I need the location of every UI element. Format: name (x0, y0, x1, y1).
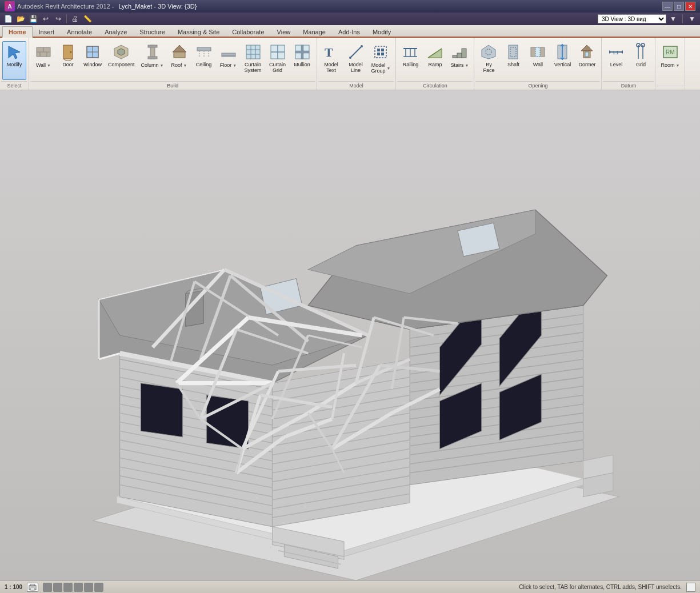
qa-save-button[interactable]: 💾 (27, 14, 39, 24)
ramp-button[interactable]: Ramp (423, 41, 447, 80)
railing-label: Railing (403, 62, 419, 68)
scale-indicator: 1 : 100 (5, 584, 22, 590)
ribbon-section-select: Modify Select (0, 38, 29, 90)
qa-open-button[interactable]: 📂 (15, 14, 26, 24)
curtain-system-button[interactable]: CurtainSystem (241, 41, 265, 80)
svg-text:T: T (325, 45, 333, 59)
print-status-button[interactable] (27, 583, 38, 592)
close-button[interactable]: ✕ (685, 2, 695, 11)
qa-extra-button[interactable]: ▼ (686, 14, 698, 24)
stairs-label-row: Stairs ▼ (450, 62, 469, 68)
status-icon-1[interactable] (43, 583, 52, 592)
model-line-icon (347, 43, 365, 61)
ribbon-section-opening: ByFace Shaft (474, 38, 602, 90)
model-line-button[interactable]: ModelLine (344, 41, 368, 80)
dormer-label: Dormer (578, 62, 595, 68)
by-face-icon (479, 43, 498, 61)
svg-rect-195 (30, 588, 35, 590)
room-button[interactable]: RM Room ▼ (658, 41, 682, 80)
shaft-button[interactable]: Shaft (501, 41, 525, 80)
modify-button[interactable]: Modify (2, 41, 26, 80)
grid-button[interactable]: Grid (629, 41, 653, 80)
svg-rect-51 (457, 53, 462, 58)
maximize-button[interactable]: □ (674, 2, 684, 11)
curtain-grid-button[interactable]: CurtainGrid (266, 41, 290, 80)
stairs-button[interactable]: Stairs ▼ (447, 41, 471, 80)
tab-addins[interactable]: Add-Ins (332, 26, 366, 37)
curtain-system-label: CurtainSystem (244, 62, 261, 74)
roof-icon (170, 43, 189, 61)
wall-opening-button[interactable]: Wall (526, 41, 550, 80)
ribbon-tabs: Home Insert Annotate Analyze Structure M… (0, 25, 700, 38)
tab-massing[interactable]: Massing & Site (171, 26, 226, 37)
ribbon: Modify Select Wall ▼ (0, 38, 700, 90)
tab-analyze[interactable]: Analyze (98, 26, 133, 37)
viewport[interactable] (0, 90, 700, 580)
status-icon-2[interactable] (53, 583, 62, 592)
ceiling-label: Ceiling (196, 62, 212, 68)
dormer-button[interactable]: Dormer (575, 41, 599, 80)
qa-print-button[interactable]: 🖨 (69, 14, 81, 24)
qa-measure-button[interactable]: 📏 (82, 14, 93, 24)
component-button[interactable]: Component (105, 41, 138, 80)
ceiling-button[interactable]: Ceiling (192, 41, 216, 80)
svg-rect-33 (295, 51, 309, 53)
svg-marker-67 (609, 50, 611, 54)
opening-buttons: ByFace Shaft (475, 40, 600, 81)
by-face-button[interactable]: ByFace (477, 41, 501, 80)
stairs-dropdown: ▼ (465, 63, 469, 67)
roof-button[interactable]: Roof ▼ (167, 41, 191, 80)
tab-manage[interactable]: Manage (297, 26, 332, 37)
status-icon-4[interactable] (74, 583, 83, 592)
grid-label: Grid (636, 62, 646, 68)
mullion-button[interactable]: Mullion (290, 41, 314, 80)
wall-opening-icon (529, 43, 547, 61)
tab-collaborate[interactable]: Collaborate (226, 26, 270, 37)
model-group-button[interactable]: ModelGroup ▼ (369, 41, 394, 80)
tab-structure[interactable]: Structure (133, 26, 171, 37)
minimize-button[interactable]: — (662, 2, 673, 11)
model-group-label: ModelGroup (371, 62, 386, 74)
model-text-button[interactable]: T ModelText (319, 41, 343, 80)
quickaccess-toolbar: 📄 📂 💾 ↩ ↪ 🖨 📏 3D View : 3D вид ▼ ▼ (0, 13, 700, 25)
vertical-icon (553, 43, 571, 61)
view-selector-expand[interactable]: ▼ (667, 14, 679, 24)
column-label: Column (141, 62, 159, 68)
vertical-button[interactable]: Vertical (550, 41, 574, 80)
ribbon-section-room: RM Room ▼ (655, 38, 685, 90)
status-icon-3[interactable] (63, 583, 73, 592)
tab-annotate[interactable]: Annotate (61, 26, 98, 37)
tab-modify[interactable]: Modify (366, 26, 397, 37)
svg-rect-52 (462, 49, 466, 58)
status-icon-5[interactable] (84, 583, 93, 592)
ceiling-icon (195, 43, 213, 61)
floor-button[interactable]: Floor ▼ (217, 41, 241, 80)
level-button[interactable]: L1 Level (604, 41, 628, 80)
tab-view[interactable]: View (271, 26, 297, 37)
component-label: Component (108, 62, 135, 68)
door-button[interactable]: Door (56, 41, 80, 80)
tab-insert[interactable]: Insert (33, 26, 61, 37)
ribbon-section-build: Wall ▼ Door (29, 38, 317, 90)
svg-rect-65 (585, 52, 589, 57)
tab-home[interactable]: Home (2, 26, 33, 38)
floor-label: Floor (220, 62, 232, 68)
column-icon (143, 43, 162, 61)
titlebar-left: A Autodesk Revit Architecture 2012 - Lyc… (5, 1, 197, 11)
wall-button[interactable]: Wall ▼ (31, 41, 55, 80)
window-button[interactable]: Window (81, 41, 105, 80)
railing-button[interactable]: Railing (398, 41, 422, 80)
column-button[interactable]: Column ▼ (138, 41, 167, 80)
stairs-label: Stairs (450, 62, 463, 68)
view-selector-dropdown[interactable]: 3D View : 3D вид (598, 14, 666, 23)
file-name: Lych_Maket - 3D View: {3D} (118, 3, 197, 10)
room-icon: RM (661, 43, 679, 61)
corner-resize[interactable] (686, 583, 695, 592)
qa-undo-button[interactable]: ↩ (40, 14, 51, 24)
status-icon-6[interactable] (94, 583, 103, 592)
qa-redo-button[interactable]: ↪ (53, 14, 64, 24)
qa-new-button[interactable]: 📄 (2, 14, 14, 24)
svg-rect-40 (381, 49, 384, 51)
curtain-grid-icon (269, 43, 287, 61)
column-label-row: Column ▼ (141, 62, 164, 68)
